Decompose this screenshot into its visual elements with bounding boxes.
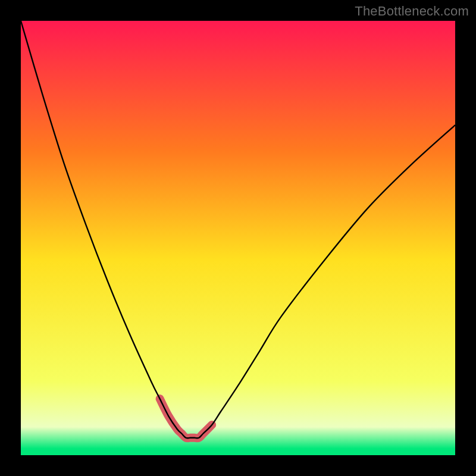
plot-area <box>21 21 455 455</box>
watermark-label: TheBottleneck.com <box>355 4 469 19</box>
chart-frame: TheBottleneck.com <box>0 0 476 476</box>
curve-path <box>21 21 455 438</box>
bottleneck-curve <box>21 21 455 455</box>
